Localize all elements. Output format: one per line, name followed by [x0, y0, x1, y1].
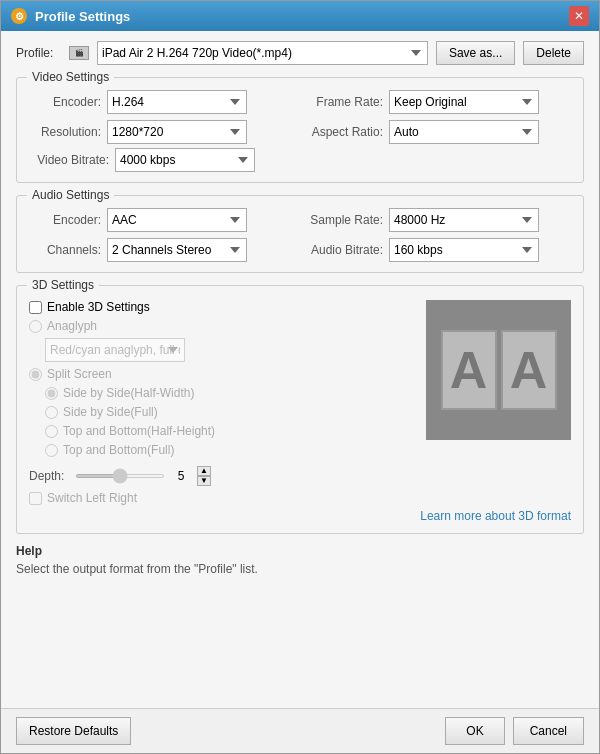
audio-settings-legend: Audio Settings	[27, 188, 114, 202]
title-bar: ⚙ Profile Settings ✕	[1, 1, 599, 31]
top-bottom-full-row: Top and Bottom(Full)	[29, 443, 416, 457]
frame-rate-select[interactable]: Keep Original	[389, 90, 539, 114]
help-text: Select the output format from the "Profi…	[16, 562, 584, 576]
cancel-button[interactable]: Cancel	[513, 717, 584, 745]
delete-button[interactable]: Delete	[523, 41, 584, 65]
video-encoder-row: Encoder: H.264	[29, 90, 295, 114]
restore-defaults-button[interactable]: Restore Defaults	[16, 717, 131, 745]
sample-rate-label: Sample Rate:	[305, 213, 383, 227]
split-screen-label: Split Screen	[47, 367, 112, 381]
help-section: Help Select the output format from the "…	[16, 544, 584, 576]
switch-lr-row: Switch Left Right	[29, 491, 416, 505]
video-encoder-select[interactable]: H.264	[107, 90, 247, 114]
frame-rate-row: Frame Rate: Keep Original	[305, 90, 571, 114]
depth-label: Depth:	[29, 469, 69, 483]
main-content: Profile: 🎬 iPad Air 2 H.264 720p Video(*…	[1, 31, 599, 708]
top-bottom-full-radio[interactable]	[45, 444, 58, 457]
resolution-select[interactable]: 1280*720	[107, 120, 247, 144]
side-by-side-full-radio[interactable]	[45, 406, 58, 419]
anaglyph-type-select[interactable]: Red/cyan anaglyph, full color	[45, 338, 185, 362]
close-button[interactable]: ✕	[569, 6, 589, 26]
resolution-row: Resolution: 1280*720	[29, 120, 295, 144]
side-by-side-half-row: Side by Side(Half-Width)	[29, 386, 416, 400]
profile-label: Profile:	[16, 46, 61, 60]
sample-rate-select[interactable]: 48000 Hz	[389, 208, 539, 232]
aa-preview-container: A A	[441, 330, 557, 410]
video-settings-legend: Video Settings	[27, 70, 114, 84]
switch-lr-label: Switch Left Right	[47, 491, 137, 505]
footer-right-buttons: OK Cancel	[445, 717, 584, 745]
audio-bitrate-label: Audio Bitrate:	[305, 243, 383, 257]
depth-row: Depth: 5 ▲ ▼	[29, 466, 416, 486]
depth-up-button[interactable]: ▲	[197, 466, 211, 476]
ok-button[interactable]: OK	[445, 717, 504, 745]
channels-label: Channels:	[29, 243, 101, 257]
split-screen-radio-row: Split Screen	[29, 367, 416, 381]
profile-row: Profile: 🎬 iPad Air 2 H.264 720p Video(*…	[16, 41, 584, 65]
depth-slider[interactable]	[75, 474, 165, 478]
aspect-ratio-row: Aspect Ratio: Auto	[305, 120, 571, 144]
split-screen-radio[interactable]	[29, 368, 42, 381]
depth-down-button[interactable]: ▼	[197, 476, 211, 486]
3d-settings-left: Enable 3D Settings Anaglyph Red/cyan ana…	[29, 300, 416, 505]
profile-video-icon: 🎬	[69, 46, 89, 60]
top-bottom-half-radio[interactable]	[45, 425, 58, 438]
anaglyph-select-row: Red/cyan anaglyph, full color	[29, 338, 416, 362]
channels-row: Channels: 2 Channels Stereo	[29, 238, 295, 262]
resolution-label: Resolution:	[29, 125, 101, 139]
preview-right-letter: A	[501, 330, 557, 410]
audio-encoder-label: Encoder:	[29, 213, 101, 227]
aspect-ratio-label: Aspect Ratio:	[305, 125, 383, 139]
video-bitrate-select[interactable]: 4000 kbps	[115, 148, 255, 172]
side-by-side-full-row: Side by Side(Full)	[29, 405, 416, 419]
title-bar-left: ⚙ Profile Settings	[11, 8, 130, 24]
video-settings-section: Video Settings Encoder: H.264 Frame Rate…	[16, 77, 584, 183]
audio-encoder-row: Encoder: AAC	[29, 208, 295, 232]
learn-more-link[interactable]: Learn more about 3D format	[420, 509, 571, 523]
switch-lr-checkbox[interactable]	[29, 492, 42, 505]
aspect-ratio-select[interactable]: Auto	[389, 120, 539, 144]
depth-spinner: ▲ ▼	[197, 466, 211, 486]
gear-icon: ⚙	[11, 8, 27, 24]
enable-3d-checkbox[interactable]	[29, 301, 42, 314]
top-bottom-half-row: Top and Bottom(Half-Height)	[29, 424, 416, 438]
anaglyph-radio[interactable]	[29, 320, 42, 333]
3d-settings-content: Enable 3D Settings Anaglyph Red/cyan ana…	[29, 300, 571, 505]
top-bottom-full-label: Top and Bottom(Full)	[63, 443, 174, 457]
frame-rate-label: Frame Rate:	[305, 95, 383, 109]
audio-bitrate-select[interactable]: 160 kbps	[389, 238, 539, 262]
anaglyph-label: Anaglyph	[47, 319, 97, 333]
preview-left-letter: A	[441, 330, 497, 410]
side-by-side-half-radio[interactable]	[45, 387, 58, 400]
audio-settings-grid: Encoder: AAC Sample Rate: 48000 Hz Chann…	[29, 208, 571, 262]
channels-select[interactable]: 2 Channels Stereo	[107, 238, 247, 262]
video-bitrate-label: Video Bitrate:	[29, 153, 109, 167]
enable-3d-row: Enable 3D Settings	[29, 300, 416, 314]
anaglyph-radio-row: Anaglyph	[29, 319, 416, 333]
video-bitrate-row: Video Bitrate: 4000 kbps	[29, 148, 571, 172]
video-encoder-label: Encoder:	[29, 95, 101, 109]
3d-preview: A A	[426, 300, 571, 440]
side-by-side-half-label: Side by Side(Half-Width)	[63, 386, 194, 400]
window-title: Profile Settings	[35, 9, 130, 24]
sample-rate-row: Sample Rate: 48000 Hz	[305, 208, 571, 232]
help-title: Help	[16, 544, 584, 558]
learn-more-row: Learn more about 3D format	[29, 509, 571, 523]
audio-settings-section: Audio Settings Encoder: AAC Sample Rate:…	[16, 195, 584, 273]
audio-encoder-select[interactable]: AAC	[107, 208, 247, 232]
footer: Restore Defaults OK Cancel	[1, 708, 599, 753]
3d-settings-section: 3D Settings Enable 3D Settings Anaglyph	[16, 285, 584, 534]
enable-3d-label[interactable]: Enable 3D Settings	[47, 300, 150, 314]
profile-select[interactable]: iPad Air 2 H.264 720p Video(*.mp4)	[97, 41, 428, 65]
3d-settings-legend: 3D Settings	[27, 278, 99, 292]
main-window: ⚙ Profile Settings ✕ Profile: 🎬 iPad Air…	[0, 0, 600, 754]
audio-bitrate-row: Audio Bitrate: 160 kbps	[305, 238, 571, 262]
side-by-side-full-label: Side by Side(Full)	[63, 405, 158, 419]
video-settings-grid: Encoder: H.264 Frame Rate: Keep Original…	[29, 90, 571, 144]
save-as-button[interactable]: Save as...	[436, 41, 515, 65]
top-bottom-half-label: Top and Bottom(Half-Height)	[63, 424, 215, 438]
depth-value: 5	[171, 469, 191, 483]
